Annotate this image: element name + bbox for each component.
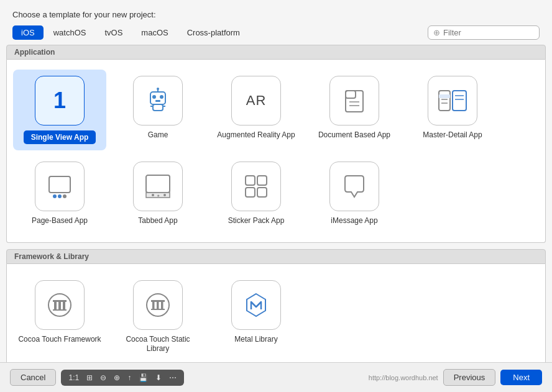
cocoa-touch-framework-icon xyxy=(35,280,85,330)
tabs-row: iOS watchOS tvOS macOS Cross-platform ⊕ xyxy=(12,25,540,40)
svg-rect-45 xyxy=(151,309,165,310)
svg-rect-31 xyxy=(257,176,267,185)
filter-box: ⊕ xyxy=(428,25,540,40)
svg-rect-3 xyxy=(155,100,160,102)
framework-grid: Cocoa Touch Framework xyxy=(13,274,539,360)
svg-rect-10 xyxy=(346,91,356,98)
svg-point-23 xyxy=(58,194,62,198)
svg-rect-39 xyxy=(53,309,67,311)
next-button[interactable]: Next xyxy=(500,370,542,385)
svg-rect-32 xyxy=(246,188,255,197)
ar-label: Augmented Reality App xyxy=(217,130,295,140)
svg-point-1 xyxy=(152,95,156,99)
application-section-header: Application xyxy=(6,45,546,60)
footer-url: http://blog.wordhub.net xyxy=(369,374,438,381)
save-icon[interactable]: 💾 xyxy=(136,372,150,383)
template-master-detail[interactable]: Master-Detail App xyxy=(406,70,499,150)
svg-rect-20 xyxy=(439,94,450,98)
previous-button[interactable]: Previous xyxy=(443,369,496,386)
svg-point-22 xyxy=(53,194,57,198)
svg-point-27 xyxy=(152,194,154,196)
document-based-label: Document Based App xyxy=(318,130,390,140)
tab-ios[interactable]: iOS xyxy=(12,25,44,40)
imessage-label: iMessage App xyxy=(331,216,377,226)
single-view-number: 1 xyxy=(53,89,66,112)
svg-rect-21 xyxy=(49,176,70,193)
page-based-label: Page-Based App xyxy=(32,216,88,226)
tab-macos[interactable]: macOS xyxy=(132,25,177,40)
template-metal-library[interactable]: Metal Library xyxy=(209,274,303,360)
template-game[interactable]: Game xyxy=(111,70,205,150)
sticker-pack-icon xyxy=(231,162,281,211)
metal-library-icon xyxy=(231,280,281,330)
doc-icon xyxy=(329,76,379,125)
svg-rect-9 xyxy=(346,91,363,112)
zoom-out-icon[interactable]: ⊖ xyxy=(98,372,109,383)
footer-right: http://blog.wordhub.net Previous Next xyxy=(369,369,542,386)
svg-rect-38 xyxy=(53,300,67,302)
template-cocoa-touch-static[interactable]: Cocoa Touch Static Library xyxy=(111,274,205,360)
svg-rect-37 xyxy=(63,302,65,309)
fit-icon[interactable]: ⊞ xyxy=(84,372,95,383)
framework-section-label: Framework & Library xyxy=(14,252,89,261)
template-tabbed[interactable]: ★ Tabbed App xyxy=(111,155,205,232)
filter-input[interactable] xyxy=(443,28,530,37)
svg-rect-25 xyxy=(146,175,170,193)
master-detail-label: Master-Detail App xyxy=(423,130,482,140)
dialog-header: Choose a template for your new project: … xyxy=(0,0,552,45)
svg-point-24 xyxy=(63,194,67,198)
svg-point-5 xyxy=(157,88,159,90)
svg-rect-33 xyxy=(257,188,267,197)
more-icon[interactable]: ⋯ xyxy=(167,372,179,383)
single-view-icon: 1 xyxy=(35,76,85,125)
svg-rect-35 xyxy=(54,302,57,309)
template-page-based[interactable]: Page-Based App xyxy=(13,155,106,232)
content-area: Application 1 Single View App xyxy=(0,45,552,362)
cocoa-touch-framework-label: Cocoa Touch Framework xyxy=(18,335,101,345)
template-ar[interactable]: AR Augmented Reality App xyxy=(209,70,303,150)
page-based-icon xyxy=(35,162,85,211)
game-icon xyxy=(133,76,183,125)
svg-rect-44 xyxy=(151,300,165,302)
share-icon[interactable]: ↑ xyxy=(125,372,134,383)
svg-rect-30 xyxy=(246,176,255,185)
download-icon[interactable]: ⬇ xyxy=(153,372,164,383)
svg-rect-42 xyxy=(157,302,159,309)
framework-section: Framework & Library xyxy=(6,249,546,362)
svg-rect-43 xyxy=(161,302,163,309)
svg-text:★: ★ xyxy=(157,194,160,198)
template-single-view-app[interactable]: 1 Single View App xyxy=(13,70,106,150)
cocoa-touch-static-icon xyxy=(133,280,183,330)
svg-rect-41 xyxy=(152,302,155,309)
zoom-in-icon[interactable]: ⊕ xyxy=(111,372,122,383)
tab-crossplatform[interactable]: Cross-platform xyxy=(178,25,249,40)
svg-rect-17 xyxy=(453,91,466,111)
zoom-label: 1:1 xyxy=(66,372,81,383)
framework-section-header: Framework & Library xyxy=(6,249,546,264)
footer-toolbar: 1:1 ⊞ ⊖ ⊕ ↑ 💾 ⬇ ⋯ xyxy=(61,370,184,386)
dialog-footer: Cancel 1:1 ⊞ ⊖ ⊕ ↑ 💾 ⬇ ⋯ http://blog.wor… xyxy=(0,362,552,392)
ar-icon: AR xyxy=(231,76,281,125)
application-section: Application 1 Single View App xyxy=(6,45,546,243)
application-section-label: Application xyxy=(14,48,55,57)
tab-bar: iOS watchOS tvOS macOS Cross-platform xyxy=(12,25,428,40)
application-grid: 1 Single View App xyxy=(13,70,539,232)
template-cocoa-touch-framework[interactable]: Cocoa Touch Framework xyxy=(13,274,106,360)
svg-rect-13 xyxy=(439,91,450,111)
filter-icon: ⊕ xyxy=(433,28,440,37)
game-label: Game xyxy=(148,130,168,140)
cancel-button[interactable]: Cancel xyxy=(10,369,56,386)
tab-tvos[interactable]: tvOS xyxy=(96,25,131,40)
cocoa-touch-static-label: Cocoa Touch Static Library xyxy=(116,335,200,354)
tab-watchos[interactable]: watchOS xyxy=(45,25,95,40)
template-sticker-pack[interactable]: Sticker Pack App xyxy=(209,155,303,232)
tabbed-label: Tabbed App xyxy=(138,216,177,226)
template-document-based[interactable]: Document Based App xyxy=(308,70,401,150)
application-section-body: 1 Single View App xyxy=(6,60,546,243)
svg-marker-46 xyxy=(247,294,265,316)
framework-section-body: Cocoa Touch Framework xyxy=(6,264,546,362)
template-imessage[interactable]: iMessage App xyxy=(308,155,401,232)
dialog-title: Choose a template for your new project: xyxy=(12,10,540,19)
svg-point-2 xyxy=(160,95,163,99)
tabbed-icon: ★ xyxy=(133,162,183,211)
